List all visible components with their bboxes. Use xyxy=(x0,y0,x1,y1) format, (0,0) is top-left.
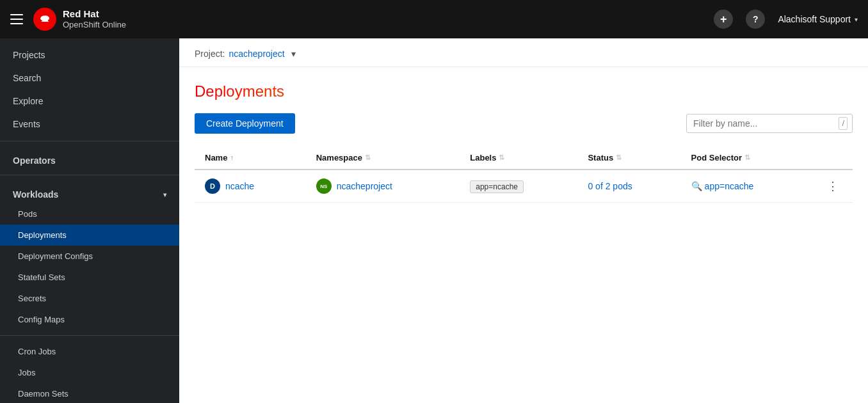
operators-label: Operators xyxy=(13,155,56,166)
chevron-down-icon: ▾ xyxy=(291,49,296,59)
nav-actions: + ? Alachisoft Support ▾ xyxy=(714,10,858,29)
table-body: D ncache NS ncacheproject xyxy=(195,170,853,203)
sidebar-item-events[interactable]: Events xyxy=(0,113,179,136)
filter-wrap: / xyxy=(686,114,853,133)
kebab-icon: ⋮ xyxy=(827,179,839,193)
toolbar: Create Deployment / xyxy=(195,113,853,134)
sidebar-item-deployments[interactable]: Deployments xyxy=(0,225,179,246)
sidebar-item-deployment-configs[interactable]: Deployment Configs xyxy=(0,246,179,267)
add-button[interactable]: + xyxy=(714,10,733,29)
plus-icon: + xyxy=(720,13,727,26)
col-sort-labels[interactable]: Labels ⇅ xyxy=(470,153,504,162)
deployments-table: Name ↑ Namespace ⇅ Label xyxy=(195,146,853,203)
main-content: Project: ncacheproject ▾ Deployments Cre… xyxy=(179,38,868,403)
brand-text: Red Hat OpenShift Online xyxy=(63,8,126,30)
namespace-cell: NS ncacheproject xyxy=(306,170,460,203)
sidebar-divider xyxy=(0,141,179,141)
col-status: Status ⇅ xyxy=(577,146,680,170)
col-sort-status[interactable]: Status ⇅ xyxy=(588,153,622,162)
col-name: Name ↑ xyxy=(195,146,306,170)
namespace-badge: NS xyxy=(316,178,332,194)
col-labels: Labels ⇅ xyxy=(460,146,577,170)
sidebar-divider-3 xyxy=(0,335,179,336)
sidebar-divider-2 xyxy=(0,175,179,175)
sort-icon-status: ⇅ xyxy=(616,155,622,161)
sidebar-item-stateful-sets[interactable]: Stateful Sets xyxy=(0,267,179,288)
chevron-down-icon: ▾ xyxy=(855,16,858,23)
sidebar-item-label: Explore xyxy=(13,96,43,106)
actions-cell: ⋮ xyxy=(813,170,853,203)
deployment-badge: D xyxy=(205,178,220,194)
status-cell: 0 of 2 pods xyxy=(577,170,680,203)
pod-selector-cell: 🔍 app=ncache xyxy=(681,170,813,203)
sidebar-section-operators[interactable]: Operators xyxy=(0,146,179,170)
hamburger-menu[interactable] xyxy=(10,14,23,24)
sidebar-item-pods[interactable]: Pods xyxy=(0,203,179,225)
brand-name: Red Hat xyxy=(63,8,126,20)
help-button[interactable]: ? xyxy=(746,10,765,29)
filter-shortcut: / xyxy=(839,117,848,130)
sidebar-item-daemon-sets[interactable]: Daemon Sets xyxy=(0,383,179,403)
pod-selector-link[interactable]: app=ncache xyxy=(705,181,754,191)
sidebar-item-label: Events xyxy=(13,119,40,129)
page-content: Deployments Create Deployment / Name xyxy=(179,67,868,203)
row-actions-button[interactable]: ⋮ xyxy=(823,178,842,194)
sidebar-item-search[interactable]: Search xyxy=(0,67,179,90)
brand: Red Hat OpenShift Online xyxy=(33,8,126,31)
labels-cell: app=ncache xyxy=(460,170,577,203)
sidebar-item-secrets[interactable]: Secrets xyxy=(0,288,179,309)
sort-icon-namespace: ⇅ xyxy=(365,155,371,161)
redhat-logo xyxy=(33,8,56,31)
question-icon: ? xyxy=(753,14,759,24)
col-sort-namespace[interactable]: Namespace ⇅ xyxy=(316,153,371,162)
sort-asc-icon: ↑ xyxy=(230,155,234,161)
sort-icon-pod-selector: ⇅ xyxy=(744,155,750,161)
namespace-link[interactable]: ncacheproject xyxy=(337,181,392,191)
col-namespace: Namespace ⇅ xyxy=(306,146,460,170)
user-menu[interactable]: Alachisoft Support ▾ xyxy=(778,14,858,24)
user-label: Alachisoft Support xyxy=(778,14,851,24)
page-title: Deployments xyxy=(195,83,853,100)
brand-product: OpenShift Online xyxy=(63,20,126,30)
label-tag: app=ncache xyxy=(470,180,524,193)
search-icon: 🔍 xyxy=(691,181,702,191)
project-link[interactable]: ncacheproject xyxy=(229,49,284,59)
filter-input[interactable] xyxy=(686,114,853,133)
deployment-name-link[interactable]: ncache xyxy=(225,181,254,191)
col-actions-header xyxy=(813,146,853,170)
sidebar-item-explore[interactable]: Explore xyxy=(0,90,179,113)
chevron-icon: ▾ xyxy=(163,191,166,198)
sidebar: Projects Search Explore Events Operators… xyxy=(0,38,179,403)
col-sort-pod-selector[interactable]: Pod Selector ⇅ xyxy=(691,153,750,162)
sidebar-item-projects[interactable]: Projects xyxy=(0,43,179,67)
sidebar-item-cron-jobs[interactable]: Cron Jobs xyxy=(0,341,179,362)
sidebar-item-config-maps[interactable]: Config Maps xyxy=(0,309,179,330)
table-row: D ncache NS ncacheproject xyxy=(195,170,853,203)
sidebar-item-label: Projects xyxy=(13,50,45,60)
top-nav: Red Hat OpenShift Online + ? Alachisoft … xyxy=(0,0,868,38)
sidebar-section-workloads[interactable]: Workloads ▾ xyxy=(0,180,179,203)
col-pod-selector: Pod Selector ⇅ xyxy=(681,146,813,170)
sort-icon-labels: ⇅ xyxy=(499,155,504,161)
name-cell: D ncache xyxy=(195,170,306,203)
project-dropdown-button[interactable]: ▾ xyxy=(289,47,298,60)
col-sort-name[interactable]: Name ↑ xyxy=(205,153,234,162)
workloads-label: Workloads xyxy=(13,189,58,200)
project-bar: Project: ncacheproject ▾ xyxy=(179,38,868,67)
status-value: 0 of 2 pods xyxy=(588,181,632,191)
sidebar-item-jobs[interactable]: Jobs xyxy=(0,362,179,383)
project-label: Project: xyxy=(195,49,225,59)
table-header: Name ↑ Namespace ⇅ Label xyxy=(195,146,853,170)
create-deployment-button[interactable]: Create Deployment xyxy=(195,113,295,134)
sidebar-item-label: Search xyxy=(13,73,41,83)
